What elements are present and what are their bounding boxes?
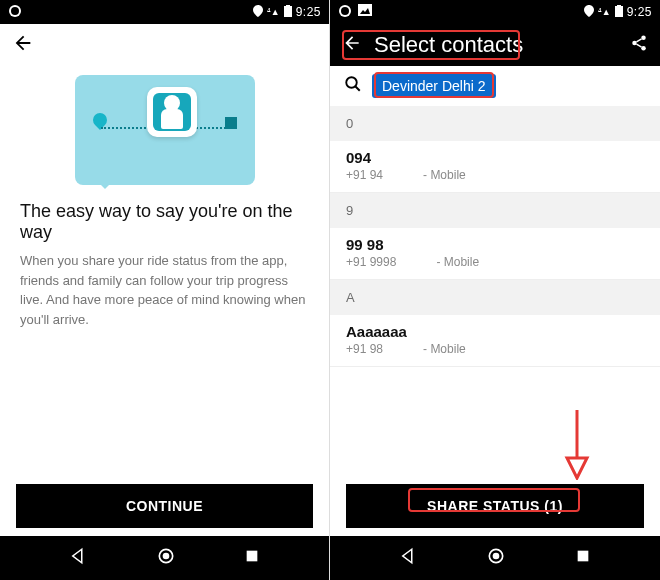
android-nav-bar	[0, 536, 329, 580]
header: Select contacts	[330, 24, 660, 66]
location-icon	[584, 5, 594, 20]
intro-body: When you share your ride status from the…	[0, 251, 329, 329]
contact-name: 99 98	[346, 236, 644, 253]
location-icon	[253, 5, 263, 20]
clock: 9:25	[627, 5, 652, 19]
signal-icon: ⁴▲	[598, 7, 611, 17]
contact-row[interactable]: 094 +91 94 - Mobile	[330, 141, 660, 193]
continue-button[interactable]: CONTINUE	[16, 484, 313, 528]
page-title: Select contacts	[374, 32, 523, 58]
back-icon[interactable]	[342, 33, 362, 58]
signal-icon: ⁴▲	[267, 7, 280, 17]
svg-line-16	[355, 86, 360, 91]
section-header: 0	[330, 106, 660, 141]
chip-label: Devinder Delhi 2	[382, 78, 486, 94]
svg-rect-3	[286, 5, 290, 6]
intro-screen: ⁴▲ 9:25 The easy way to say you're on th…	[0, 0, 330, 580]
svg-rect-2	[284, 6, 292, 17]
svg-point-5	[162, 553, 169, 560]
selected-contact-chip[interactable]: Devinder Delhi 2	[372, 74, 496, 98]
battery-icon	[284, 5, 292, 20]
gallery-icon	[358, 4, 372, 21]
svg-point-18	[493, 553, 500, 560]
battery-icon	[615, 5, 623, 20]
svg-point-15	[346, 77, 357, 88]
nav-recent-icon[interactable]	[244, 548, 260, 568]
svg-point-13	[632, 40, 637, 45]
svg-point-8	[341, 7, 349, 15]
nav-recent-icon[interactable]	[575, 548, 591, 568]
uber-app-icon	[8, 4, 22, 21]
nav-home-icon[interactable]	[156, 546, 176, 570]
contact-number: +91 98	[346, 342, 383, 356]
svg-rect-10	[615, 6, 623, 17]
section-header: 9	[330, 193, 660, 228]
contact-type: - Mobile	[423, 168, 466, 182]
contact-number: +91 9998	[346, 255, 396, 269]
contacts-screen: ⁴▲ 9:25 Select contacts Devinder Delhi 2…	[330, 0, 660, 580]
back-icon[interactable]	[12, 32, 34, 59]
status-bar: ⁴▲ 9:25	[0, 0, 329, 24]
illustration	[0, 67, 329, 195]
svg-point-12	[641, 35, 646, 40]
svg-rect-9	[358, 4, 372, 16]
header	[0, 24, 329, 67]
contact-number: +91 94	[346, 168, 383, 182]
contacts-list[interactable]: 0 094 +91 94 - Mobile 9 99 98 +91 9998 -…	[330, 106, 660, 484]
svg-point-14	[641, 46, 646, 51]
contact-type: - Mobile	[436, 255, 479, 269]
search-row: Devinder Delhi 2	[330, 66, 660, 106]
share-status-button[interactable]: SHARE STATUS (1)	[346, 484, 644, 528]
status-bar: ⁴▲ 9:25	[330, 0, 660, 24]
contact-row[interactable]: Aaaaaaa +91 98 - Mobile	[330, 315, 660, 367]
contact-type: - Mobile	[423, 342, 466, 356]
svg-rect-6	[247, 551, 258, 562]
share-icon[interactable]	[630, 34, 648, 57]
nav-back-icon[interactable]	[69, 547, 87, 569]
section-header: A	[330, 280, 660, 315]
android-nav-bar	[330, 536, 660, 580]
intro-title: The easy way to say you're on the way	[0, 195, 329, 251]
svg-rect-11	[617, 5, 621, 6]
nav-back-icon[interactable]	[399, 547, 417, 569]
contact-name: 094	[346, 149, 644, 166]
uber-app-icon	[338, 4, 352, 21]
search-icon[interactable]	[344, 75, 362, 98]
svg-point-1	[11, 7, 19, 15]
svg-rect-19	[578, 551, 589, 562]
contact-name: Aaaaaaa	[346, 323, 644, 340]
nav-home-icon[interactable]	[486, 546, 506, 570]
contact-row[interactable]: 99 98 +91 9998 - Mobile	[330, 228, 660, 280]
clock: 9:25	[296, 5, 321, 19]
